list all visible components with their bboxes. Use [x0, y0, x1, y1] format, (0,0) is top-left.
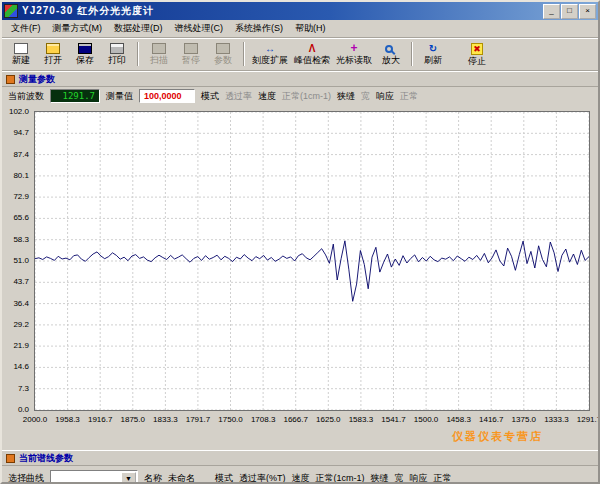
mode-value: 透过率	[225, 90, 252, 103]
scan-icon	[152, 43, 166, 54]
minimize-button[interactable]: _	[543, 4, 560, 19]
toolbar-cursor-read-label: 光标读取	[336, 55, 372, 65]
chart-region: 102.094.787.480.172.965.658.351.043.736.…	[2, 105, 598, 450]
menu-item-help[interactable]: 帮助(H)	[289, 20, 332, 37]
y-tick-label: 102.0	[9, 107, 29, 116]
y-tick-label: 0.0	[18, 405, 29, 414]
window-title: YJ270-30 红外分光光度计	[22, 4, 542, 18]
open-folder-icon	[46, 43, 60, 54]
curve-response-label: 响应	[410, 472, 428, 484]
menu-item-data-processing[interactable]: 数据处理(D)	[108, 20, 169, 37]
toolbar-cursor-read-button[interactable]: + 光标读取	[333, 40, 375, 69]
toolbar-zoom-label: 放大	[382, 55, 400, 65]
measure-value-label: 测量值	[106, 90, 133, 103]
spectrum-chart	[35, 112, 589, 410]
y-axis-labels: 102.094.787.480.172.965.658.351.043.736.…	[2, 111, 32, 409]
x-tick-label: 1750.0	[218, 415, 242, 424]
toolbar-refresh-label: 刷新	[424, 55, 442, 65]
x-tick-label: 1291.7	[577, 415, 600, 424]
close-button[interactable]: ×	[579, 4, 596, 19]
measure-params-row: 当前波数 1291.7 测量值 100,0000 模式 透过率 速度 正常(1c…	[2, 87, 598, 105]
x-tick-label: 1500.0	[414, 415, 438, 424]
menu-bar: 文件(F) 测量方式(M) 数据处理(D) 谱线处理(C) 系统操作(S) 帮助…	[2, 20, 598, 38]
toolbar-print-button[interactable]: 打印	[101, 40, 133, 69]
chevron-down-icon[interactable]: ▼	[121, 472, 136, 484]
menu-item-file[interactable]: 文件(F)	[5, 20, 47, 37]
x-tick-label: 1416.7	[479, 415, 503, 424]
x-tick-label: 1916.7	[88, 415, 112, 424]
x-axis-labels: 2000.01958.31916.71875.01833.31791.71750…	[35, 415, 589, 425]
curve-speed-label: 速度	[292, 472, 310, 484]
x-tick-label: 1708.3	[251, 415, 275, 424]
toolbar-peak-search-button[interactable]: Λ 峰值检索	[291, 40, 333, 69]
toolbar-stop-button[interactable]: ✖ 停止	[461, 40, 493, 69]
y-tick-label: 87.4	[13, 149, 29, 158]
toolbar-zoom-button[interactable]: 放大	[375, 40, 407, 69]
x-tick-label: 1875.0	[121, 415, 145, 424]
x-tick-label: 1375.0	[512, 415, 536, 424]
y-tick-label: 72.9	[13, 192, 29, 201]
spectrum-plot-area[interactable]	[34, 111, 590, 411]
toolbar-scale-expand-button[interactable]: ↔ 刻度扩展	[249, 40, 291, 69]
title-bar: YJ270-30 红外分光光度计 _ □ ×	[2, 2, 598, 20]
x-tick-label: 1666.7	[283, 415, 307, 424]
x-tick-label: 1333.3	[544, 415, 568, 424]
toolbar-refresh-button[interactable]: ↻ 刷新	[417, 40, 449, 69]
stop-icon: ✖	[471, 43, 483, 55]
curve-select[interactable]: ▼	[50, 470, 138, 484]
toolbar-separator	[243, 42, 245, 66]
toolbar-stop-label: 停止	[468, 56, 486, 66]
curve-response-value: 正常	[434, 472, 452, 484]
toolbar-params-label: 参数	[214, 55, 232, 65]
curve-mode-value: 透过率(%T)	[239, 472, 286, 484]
menu-item-measure-mode[interactable]: 测量方式(M)	[47, 20, 109, 37]
y-tick-label: 36.4	[13, 298, 29, 307]
slit-value: 宽	[361, 90, 370, 103]
speed-value: 正常(1cm-1)	[282, 90, 331, 103]
toolbar-scale-expand-label: 刻度扩展	[252, 55, 288, 65]
x-tick-label: 1541.7	[381, 415, 405, 424]
app-window: YJ270-30 红外分光光度计 _ □ × 文件(F) 测量方式(M) 数据处…	[0, 0, 600, 484]
scale-expand-icon: ↔	[265, 43, 275, 55]
magnifier-icon	[385, 45, 393, 53]
y-tick-label: 58.3	[13, 234, 29, 243]
toolbar-peak-search-label: 峰值检索	[294, 55, 330, 65]
curve-params-row: 选择曲线 ▼ 名称 未命名 模式 透过率(%T) 速度 正常(1cm-1) 狭缝…	[2, 466, 598, 484]
x-tick-label: 1833.3	[153, 415, 177, 424]
y-tick-label: 65.6	[13, 213, 29, 222]
toolbar-open-label: 打开	[44, 55, 62, 65]
toolbar: 新建 打开 保存 打印 扫描 暂停 参数 ↔ 刻度扩展	[2, 38, 598, 71]
y-tick-label: 94.7	[13, 128, 29, 137]
toolbar-scan-label: 扫描	[150, 55, 168, 65]
menu-item-spectrum-processing[interactable]: 谱线处理(C)	[169, 20, 230, 37]
menu-item-system[interactable]: 系统操作(S)	[229, 20, 289, 37]
response-label: 响应	[376, 90, 394, 103]
toolbar-open-button[interactable]: 打开	[37, 40, 69, 69]
mode-label: 模式	[201, 90, 219, 103]
toolbar-new-label: 新建	[12, 55, 30, 65]
y-tick-label: 80.1	[13, 170, 29, 179]
x-tick-label: 1583.3	[349, 415, 373, 424]
wavenumber-label: 当前波数	[8, 90, 44, 103]
x-tick-label: 1791.7	[186, 415, 210, 424]
name-label: 名称	[144, 472, 162, 484]
toolbar-new-button[interactable]: 新建	[5, 40, 37, 69]
measure-params-band: 测量参数	[2, 71, 598, 87]
y-tick-label: 43.7	[13, 277, 29, 286]
x-tick-label: 2000.0	[23, 415, 47, 424]
curve-params-title: 当前谱线参数	[19, 452, 73, 465]
toolbar-pause-button: 暂停	[175, 40, 207, 69]
toolbar-separator	[411, 42, 413, 66]
toolbar-save-button[interactable]: 保存	[69, 40, 101, 69]
toolbar-params-button: 参数	[207, 40, 239, 69]
section-marker-icon	[6, 454, 15, 463]
measure-value-display: 100,0000	[139, 89, 195, 103]
cursor-icon: +	[350, 43, 357, 55]
name-value: 未命名	[168, 472, 195, 484]
maximize-button[interactable]: □	[561, 4, 578, 19]
x-tick-label: 1625.0	[316, 415, 340, 424]
y-tick-label: 14.6	[13, 362, 29, 371]
section-marker-icon	[6, 75, 15, 84]
params-icon	[216, 43, 230, 54]
app-icon	[4, 4, 18, 18]
